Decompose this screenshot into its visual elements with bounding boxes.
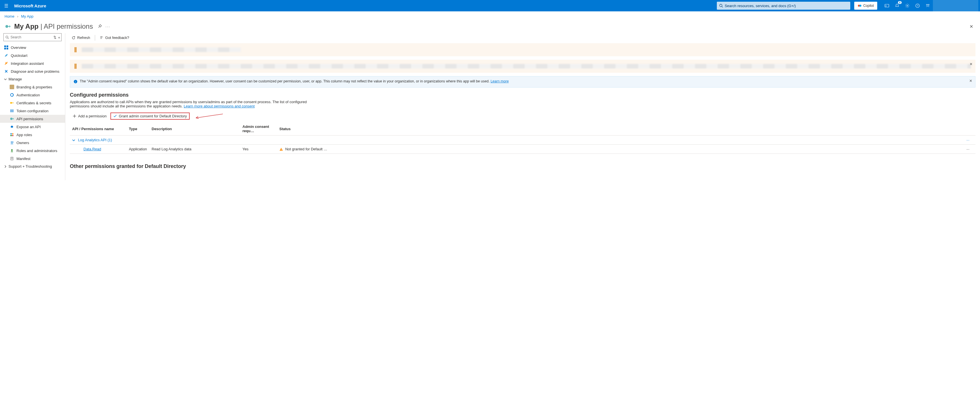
overview-icon bbox=[4, 45, 8, 50]
page-title: My App | API permissions bbox=[14, 22, 93, 30]
table-header-row: API / Permissions name Type Description … bbox=[70, 122, 975, 136]
feedback-button[interactable]: Got feedback? bbox=[98, 34, 131, 41]
sidebar-item-label: API permissions bbox=[16, 117, 43, 121]
info-learn-more-link[interactable]: Learn more bbox=[490, 79, 509, 83]
copilot-label: Copilot bbox=[863, 4, 874, 8]
sidebar-item-label: Branding & properties bbox=[16, 85, 52, 89]
svg-point-34 bbox=[100, 37, 102, 38]
add-permission-button[interactable]: Add a permission bbox=[70, 112, 109, 120]
sidebar-item-certs[interactable]: Certificates & secrets bbox=[0, 99, 65, 107]
sidebar-item-expose[interactable]: Expose an API bbox=[0, 123, 65, 131]
global-search[interactable] bbox=[717, 2, 850, 10]
table-group-row[interactable]: Log Analytics API (1) ··· bbox=[70, 136, 975, 145]
svg-point-8 bbox=[926, 4, 928, 5]
token-icon bbox=[10, 109, 14, 113]
svg-point-9 bbox=[928, 4, 929, 5]
grant-admin-consent-button[interactable]: Grant admin consent for Default Director… bbox=[110, 113, 189, 120]
notifications-icon[interactable]: 8 bbox=[894, 2, 900, 9]
sidebar-item-label: Expose an API bbox=[16, 125, 41, 129]
svg-line-39 bbox=[196, 114, 223, 118]
pin-icon[interactable] bbox=[98, 24, 102, 29]
sidebar-item-approles[interactable]: App roles bbox=[0, 131, 65, 139]
svg-point-3 bbox=[859, 5, 861, 7]
main-layout: ⇅ « Overview Quickstart Integration assi… bbox=[0, 33, 980, 180]
sidebar-item-owners[interactable]: Owners bbox=[0, 139, 65, 147]
sidebar-item-api-permissions[interactable]: API permissions bbox=[0, 115, 65, 123]
collapse-icon[interactable]: « bbox=[58, 35, 60, 40]
sidebar-item-token[interactable]: Token configuration bbox=[0, 107, 65, 115]
breadcrumb-sep: › bbox=[17, 14, 18, 19]
desc-learn-more-link[interactable]: Learn more about permissions and consent bbox=[184, 104, 255, 108]
svg-point-10 bbox=[5, 25, 8, 28]
api-permissions-icon bbox=[10, 117, 14, 121]
sidebar-item-auth[interactable]: Authentication bbox=[0, 91, 65, 99]
banner-redacted bbox=[82, 64, 971, 69]
feedback-label: Got feedback? bbox=[105, 35, 129, 40]
cloud-shell-icon[interactable] bbox=[883, 2, 890, 9]
svg-text:?: ? bbox=[917, 4, 918, 7]
sidebar-search[interactable]: ⇅ « bbox=[3, 33, 62, 41]
permission-name-link[interactable]: Data.Read bbox=[83, 147, 101, 151]
col-desc: Description bbox=[150, 122, 240, 136]
refresh-button[interactable]: Refresh bbox=[70, 34, 92, 41]
sidebar: ⇅ « Overview Quickstart Integration assi… bbox=[0, 33, 65, 180]
svg-text:i: i bbox=[75, 80, 76, 83]
svg-line-12 bbox=[8, 38, 8, 39]
feedback-icon[interactable] bbox=[924, 2, 931, 9]
svg-rect-41 bbox=[281, 150, 282, 150]
more-icon[interactable]: ··· bbox=[105, 24, 110, 29]
sidebar-group-support[interactable]: Support + Troubleshooting bbox=[0, 163, 65, 170]
manifest-icon bbox=[10, 156, 14, 161]
help-icon[interactable]: ? bbox=[914, 2, 921, 9]
sidebar-item-quickstart[interactable]: Quickstart bbox=[0, 51, 65, 59]
breadcrumb-home[interactable]: Home bbox=[5, 14, 14, 19]
info-text-wrap: The "Admin consent required" column show… bbox=[80, 79, 509, 85]
notification-badge: 8 bbox=[898, 1, 902, 4]
sidebar-item-label: Quickstart bbox=[11, 53, 27, 58]
menu-icon[interactable]: ☰ bbox=[2, 3, 11, 8]
roles-icon bbox=[10, 148, 14, 153]
info-banner: i The "Admin consent required" column sh… bbox=[70, 76, 975, 88]
sidebar-group-manage[interactable]: Manage bbox=[0, 75, 65, 83]
settings-icon[interactable] bbox=[904, 2, 911, 9]
sort-icon[interactable]: ⇅ bbox=[53, 35, 57, 40]
chevron-down-icon bbox=[72, 139, 75, 142]
row-more-icon[interactable]: ··· bbox=[966, 138, 969, 142]
svg-rect-4 bbox=[885, 4, 889, 7]
cell-type: Application bbox=[127, 145, 150, 154]
sidebar-item-label: Token configuration bbox=[16, 109, 49, 113]
sidebar-item-roles[interactable]: Roles and administrators bbox=[0, 147, 65, 155]
copilot-icon bbox=[858, 4, 862, 8]
svg-point-11 bbox=[6, 36, 8, 38]
sidebar-item-diagnose[interactable]: Diagnose and solve problems bbox=[0, 67, 65, 75]
row-more-icon[interactable]: ··· bbox=[966, 147, 969, 151]
sidebar-item-integration[interactable]: Integration assistant bbox=[0, 59, 65, 67]
svg-point-29 bbox=[12, 142, 13, 143]
close-icon[interactable]: ✕ bbox=[969, 24, 973, 29]
owners-icon bbox=[10, 140, 14, 145]
account-area[interactable] bbox=[933, 0, 978, 11]
sidebar-item-branding[interactable]: Branding & properties bbox=[0, 83, 65, 91]
svg-rect-21 bbox=[12, 109, 12, 112]
global-search-input[interactable] bbox=[725, 4, 848, 8]
divider bbox=[95, 35, 95, 41]
close-icon[interactable]: ✕ bbox=[969, 62, 973, 66]
close-icon[interactable]: ✕ bbox=[969, 79, 972, 83]
svg-point-28 bbox=[11, 142, 12, 143]
copilot-button[interactable]: Copilot bbox=[854, 2, 877, 10]
breadcrumb-app[interactable]: My App bbox=[21, 14, 33, 19]
permission-actions: Add a permission Grant admin consent for… bbox=[70, 112, 975, 120]
cell-status: Not granted for Default … bbox=[277, 145, 964, 154]
auth-icon bbox=[10, 93, 14, 97]
col-type: Type bbox=[127, 122, 150, 136]
svg-point-0 bbox=[719, 4, 722, 7]
annotation-arrow bbox=[193, 113, 224, 120]
grant-admin-consent-label: Grant admin consent for Default Director… bbox=[119, 114, 187, 118]
sidebar-item-manifest[interactable]: Manifest bbox=[0, 155, 65, 163]
svg-rect-15 bbox=[4, 48, 6, 49]
sidebar-search-input[interactable] bbox=[11, 35, 60, 39]
page-title-row: My App | API permissions ··· ✕ bbox=[0, 21, 980, 33]
sidebar-item-overview[interactable]: Overview bbox=[0, 43, 65, 51]
brand-title: Microsoft Azure bbox=[14, 3, 46, 8]
quickstart-icon bbox=[4, 53, 8, 58]
